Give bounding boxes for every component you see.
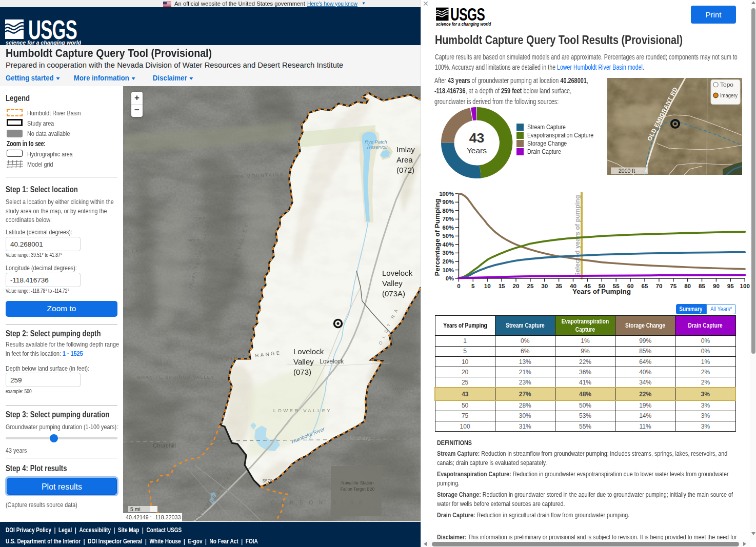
svg-text:ALLEY: ALLEY: [124, 249, 144, 254]
svg-text:Selected years of pumping: Selected years of pumping: [574, 195, 581, 276]
svg-text:25: 25: [527, 282, 533, 289]
svg-text:Pershing: Pershing: [347, 435, 370, 441]
svg-text:Lovelock: Lovelock: [320, 358, 344, 365]
svg-text:60: 60: [627, 282, 634, 289]
svg-text:0%: 0%: [446, 275, 454, 281]
svg-text:75: 75: [670, 282, 677, 289]
svg-text:55: 55: [613, 282, 620, 289]
svg-text:40: 40: [570, 282, 576, 289]
svg-text:80: 80: [684, 282, 691, 289]
svg-text:C A R S O N S I N K: C A R S O N S I N K: [271, 500, 365, 505]
svg-text:Valley: Valley: [293, 357, 314, 366]
svg-text:Lovelock: Lovelock: [293, 347, 324, 356]
svg-text:5576 ft: 5576 ft: [263, 478, 276, 483]
svg-text:100: 100: [740, 282, 750, 289]
svg-text:science for a changing world: science for a changing world: [436, 22, 491, 26]
svg-text:50: 50: [599, 282, 605, 289]
svg-text:Valley: Valley: [382, 279, 403, 288]
svg-text:85: 85: [699, 282, 705, 289]
svg-text:40%: 40%: [443, 241, 454, 248]
svg-text:LOWER VALLEY: LOWER VALLEY: [273, 408, 332, 413]
svg-text:100%: 100%: [439, 191, 454, 197]
svg-text:30%: 30%: [443, 250, 454, 256]
svg-text:Imagery: Imagery: [720, 92, 738, 98]
svg-text:7794 ft: 7794 ft: [193, 216, 206, 220]
svg-text:(072): (072): [396, 166, 414, 174]
svg-text:95: 95: [727, 282, 734, 289]
svg-text:Fallon Target B20: Fallon Target B20: [341, 487, 375, 492]
svg-text:7466 ft: 7466 ft: [187, 238, 200, 242]
svg-text:10: 10: [484, 282, 491, 289]
svg-text:45: 45: [584, 282, 591, 289]
svg-text:30: 30: [541, 282, 548, 289]
svg-text:Years: Years: [467, 146, 487, 155]
svg-text:90%: 90%: [443, 199, 454, 205]
svg-text:(073): (073): [293, 368, 311, 376]
svg-text:Area: Area: [396, 155, 413, 164]
svg-text:43: 43: [469, 130, 484, 146]
svg-text:HUMBOL: HUMBOL: [393, 387, 415, 391]
svg-text:70: 70: [655, 282, 662, 289]
svg-text:GRANITE SPRINGS VALLEY: GRANITE SPRINGS VALLEY: [137, 375, 214, 380]
svg-text:Churchill: Churchill: [153, 442, 176, 449]
svg-text:Topo: Topo: [720, 82, 733, 88]
svg-text:60%: 60%: [443, 225, 454, 231]
svg-text:5: 5: [471, 282, 475, 289]
svg-text:15: 15: [499, 282, 505, 289]
svg-text:80%: 80%: [443, 208, 454, 214]
svg-text:10%: 10%: [443, 267, 454, 273]
svg-text:20: 20: [513, 282, 520, 289]
svg-text:0: 0: [457, 282, 460, 289]
svg-text:35: 35: [555, 282, 562, 289]
svg-text:Lovelock: Lovelock: [382, 269, 413, 277]
svg-text:(073A): (073A): [382, 289, 405, 298]
svg-text:70%: 70%: [443, 216, 454, 222]
svg-text:Imlay: Imlay: [396, 145, 415, 154]
svg-text:Naval Air Station: Naval Air Station: [342, 480, 374, 485]
svg-text:65: 65: [642, 282, 648, 289]
svg-text:Reservoir: Reservoir: [367, 144, 388, 150]
svg-text:50%: 50%: [443, 233, 454, 239]
svg-text:Percentage of Pumping: Percentage of Pumping: [433, 199, 441, 276]
svg-text:2000 ft: 2000 ft: [619, 168, 635, 174]
svg-text:20%: 20%: [443, 258, 454, 265]
svg-text:90: 90: [713, 282, 720, 289]
